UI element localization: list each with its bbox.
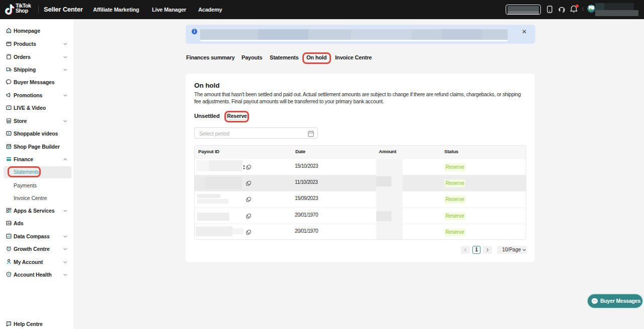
svg-text:?: ? bbox=[8, 322, 10, 325]
svg-text:Ad: Ad bbox=[8, 222, 11, 225]
